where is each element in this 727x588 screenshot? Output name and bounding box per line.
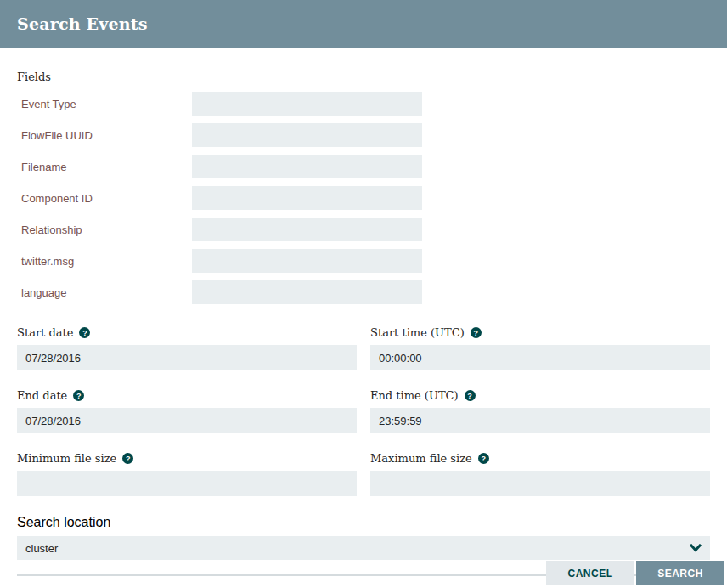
search-button[interactable]: SEARCH — [636, 561, 724, 585]
flowfile-uuid-input[interactable] — [192, 123, 422, 147]
start-time-group: Start time (UTC) ? — [370, 326, 710, 370]
help-icon[interactable]: ? — [73, 390, 84, 401]
end-date-label-text: End date — [17, 389, 67, 402]
help-icon[interactable]: ? — [471, 327, 482, 338]
end-date-input[interactable] — [17, 408, 357, 433]
start-date-label-text: Start date — [17, 326, 73, 339]
max-file-size-group: Maximum file size ? — [370, 452, 710, 496]
end-date-group: End date ? — [17, 389, 357, 433]
start-time-label-text: Start time (UTC) — [370, 326, 465, 339]
fields-list: Event Type FlowFile UUID Filename Compon… — [17, 92, 710, 304]
event-type-input[interactable] — [192, 92, 422, 116]
end-date-label: End date ? — [17, 389, 357, 402]
start-date-group: Start date ? — [17, 326, 357, 370]
dialog-title: Search Events — [17, 14, 148, 33]
relationship-input[interactable] — [192, 218, 422, 241]
field-row-flowfile-uuid: FlowFile UUID — [17, 123, 710, 147]
search-location-label: Search location — [17, 515, 710, 530]
datetime-grid: Start date ? Start time (UTC) ? End date… — [17, 326, 710, 496]
field-label: Event Type — [17, 98, 192, 110]
search-location-selected-value: cluster — [25, 542, 58, 555]
chevron-down-icon[interactable] — [690, 544, 702, 552]
fields-section-heading: Fields — [17, 71, 710, 83]
field-row-relationship: Relationship — [17, 218, 710, 241]
max-file-size-label-text: Maximum file size — [370, 452, 472, 465]
cancel-button[interactable]: CANCEL — [546, 561, 634, 585]
filename-input[interactable] — [192, 155, 422, 178]
help-icon[interactable]: ? — [478, 453, 489, 464]
min-file-size-input[interactable] — [17, 471, 357, 496]
field-row-event-type: Event Type — [17, 92, 710, 116]
end-time-label: End time (UTC) ? — [370, 389, 710, 402]
field-row-component-id: Component ID — [17, 186, 710, 210]
search-location-section: Search location cluster — [17, 515, 710, 560]
help-icon[interactable]: ? — [79, 327, 90, 338]
start-date-label: Start date ? — [17, 326, 357, 339]
twitter-msg-input[interactable] — [192, 249, 422, 273]
field-label: FlowFile UUID — [17, 129, 192, 142]
language-input[interactable] — [192, 280, 422, 304]
end-time-group: End time (UTC) ? — [370, 389, 710, 433]
min-file-size-label-text: Minimum file size — [17, 452, 116, 465]
dialog-footer: CANCEL SEARCH — [546, 561, 724, 585]
dialog-body: Fields Event Type FlowFile UUID Filename… — [0, 71, 727, 576]
end-time-label-text: End time (UTC) — [370, 389, 459, 402]
component-id-input[interactable] — [192, 186, 422, 210]
field-label: language — [17, 286, 192, 299]
help-icon[interactable]: ? — [122, 453, 133, 464]
start-date-input[interactable] — [17, 345, 357, 370]
start-time-input[interactable] — [370, 345, 710, 370]
field-label: Relationship — [17, 223, 192, 236]
field-row-twitter-msg: twitter.msg — [17, 249, 710, 273]
min-file-size-group: Minimum file size ? — [17, 452, 357, 496]
dialog-header: Search Events — [0, 0, 727, 48]
max-file-size-input[interactable] — [370, 471, 710, 496]
search-location-select[interactable]: cluster — [17, 536, 710, 560]
field-row-language: language — [17, 280, 710, 304]
help-icon[interactable]: ? — [465, 390, 476, 401]
end-time-input[interactable] — [370, 408, 710, 433]
start-time-label: Start time (UTC) ? — [370, 326, 710, 339]
max-file-size-label: Maximum file size ? — [370, 452, 710, 465]
field-label: Component ID — [17, 192, 192, 205]
field-label: Filename — [17, 161, 192, 173]
field-label: twitter.msg — [17, 255, 192, 268]
min-file-size-label: Minimum file size ? — [17, 452, 357, 465]
field-row-filename: Filename — [17, 155, 710, 178]
